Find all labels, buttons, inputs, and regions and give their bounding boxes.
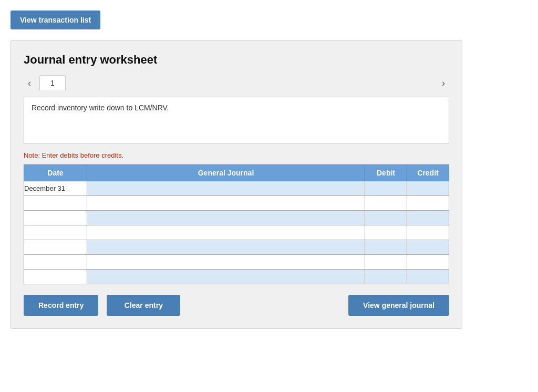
table-row-journal-4[interactable]: [87, 240, 365, 255]
table-row-journal-0[interactable]: [87, 181, 365, 196]
table-row: [24, 240, 449, 255]
debit-input-1[interactable]: [365, 196, 407, 210]
journal-input-6[interactable]: [87, 270, 365, 284]
top-bar: View transaction list: [11, 11, 527, 29]
header-credit: Credit: [407, 165, 449, 181]
description-text: Record inventory write down to LCM/NRV.: [32, 104, 169, 112]
table-row-date-6: [24, 270, 87, 284]
worksheet-title: Journal entry worksheet: [24, 53, 449, 67]
credit-input-0[interactable]: [407, 181, 449, 195]
header-journal: General Journal: [87, 165, 365, 181]
table-row-debit-3[interactable]: [365, 225, 407, 240]
credit-input-5[interactable]: [407, 255, 449, 269]
next-tab-button[interactable]: ›: [438, 76, 449, 90]
tab-navigation: ‹ 1 ›: [24, 75, 449, 90]
table-row-journal-1[interactable]: [87, 196, 365, 211]
table-row-debit-1[interactable]: [365, 196, 407, 211]
debit-input-5[interactable]: [365, 255, 407, 269]
table-row-credit-2[interactable]: [407, 211, 449, 225]
table-row: [24, 255, 449, 270]
table-row-credit-1[interactable]: [407, 196, 449, 211]
credit-input-1[interactable]: [407, 196, 449, 210]
table-row-credit-0[interactable]: [407, 181, 449, 196]
table-row-date-2: [24, 211, 87, 225]
journal-input-3[interactable]: [87, 225, 365, 240]
description-box: Record inventory write down to LCM/NRV.: [24, 97, 449, 144]
debit-input-4[interactable]: [365, 240, 407, 254]
table-row-credit-4[interactable]: [407, 240, 449, 255]
credit-input-3[interactable]: [407, 225, 449, 240]
table-row-credit-5[interactable]: [407, 255, 449, 270]
debit-input-3[interactable]: [365, 225, 407, 240]
journal-input-4[interactable]: [87, 240, 365, 254]
table-row-date-4: [24, 240, 87, 255]
journal-input-5[interactable]: [87, 255, 365, 269]
table-row-journal-2[interactable]: [87, 211, 365, 225]
table-row-journal-6[interactable]: [87, 270, 365, 284]
journal-table: Date General Journal Debit Credit Decemb…: [24, 164, 449, 284]
table-row-date-0: December 31: [24, 181, 87, 196]
header-debit: Debit: [365, 165, 407, 181]
clear-entry-button[interactable]: Clear entry: [107, 295, 180, 316]
journal-input-0[interactable]: [87, 181, 365, 195]
table-row: [24, 211, 449, 225]
table-row: December 31: [24, 181, 449, 196]
journal-input-1[interactable]: [87, 196, 365, 210]
table-row: [24, 225, 449, 240]
table-row-credit-6[interactable]: [407, 270, 449, 284]
record-entry-button[interactable]: Record entry: [24, 295, 98, 316]
table-row-credit-3[interactable]: [407, 225, 449, 240]
table-row-debit-6[interactable]: [365, 270, 407, 284]
table-row-debit-2[interactable]: [365, 211, 407, 225]
table-row-date-5: [24, 255, 87, 270]
worksheet-container: Journal entry worksheet ‹ 1 › Record inv…: [11, 40, 462, 329]
credit-input-6[interactable]: [407, 270, 449, 284]
debit-input-2[interactable]: [365, 211, 407, 225]
table-row-journal-5[interactable]: [87, 255, 365, 270]
table-row: [24, 196, 449, 211]
action-buttons: Record entry Clear entry View general jo…: [24, 295, 449, 316]
view-transaction-button[interactable]: View transaction list: [11, 11, 100, 29]
table-row-date-3: [24, 225, 87, 240]
table-row: [24, 270, 449, 284]
note-text: Note: Enter debits before credits.: [24, 151, 449, 159]
credit-input-2[interactable]: [407, 211, 449, 225]
prev-tab-button[interactable]: ‹: [24, 76, 35, 90]
tab-1[interactable]: 1: [39, 75, 66, 90]
debit-input-6[interactable]: [365, 270, 407, 284]
table-row-debit-0[interactable]: [365, 181, 407, 196]
table-row-journal-3[interactable]: [87, 225, 365, 240]
table-row-debit-5[interactable]: [365, 255, 407, 270]
debit-input-0[interactable]: [365, 181, 407, 195]
header-date: Date: [24, 165, 87, 181]
table-row-date-1: [24, 196, 87, 211]
view-general-journal-button[interactable]: View general journal: [348, 295, 449, 316]
journal-input-2[interactable]: [87, 211, 365, 225]
credit-input-4[interactable]: [407, 240, 449, 254]
table-row-debit-4[interactable]: [365, 240, 407, 255]
